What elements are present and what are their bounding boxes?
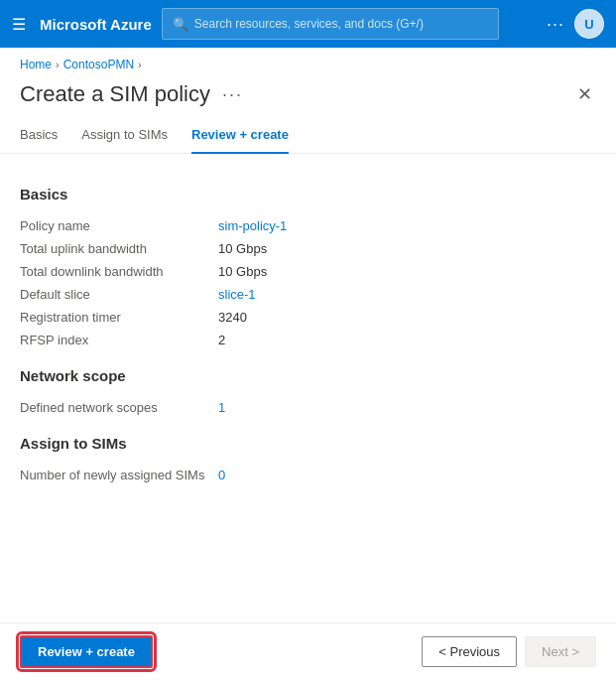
previous-button[interactable]: < Previous xyxy=(422,636,517,667)
breadcrumb: Home › ContosoPMN › xyxy=(0,48,616,75)
assign-sims-section: Assign to SIMs Number of newly assigned … xyxy=(20,435,596,486)
field-registration-timer: Registration timer 3240 xyxy=(20,306,596,329)
footer: Review + create < Previous Next > xyxy=(0,622,616,680)
breadcrumb-sep-1: › xyxy=(56,59,60,70)
field-value-policy-name[interactable]: sim-policy-1 xyxy=(218,218,287,233)
field-downlink: Total downlink bandwidth 10 Gbps xyxy=(20,260,596,283)
field-value-assigned-sims[interactable]: 0 xyxy=(218,468,225,482)
breadcrumb-sep-2: › xyxy=(138,59,142,70)
field-uplink: Total uplink bandwidth 10 Gbps xyxy=(20,237,596,260)
field-label-rfsp: RFSP index xyxy=(20,333,218,347)
tabs: Basics Assign to SIMs Review + create xyxy=(0,109,616,154)
page-options-icon[interactable]: ··· xyxy=(222,84,243,105)
field-label-assigned-sims: Number of newly assigned SIMs xyxy=(20,468,218,482)
field-label-defined-scopes: Defined network scopes xyxy=(20,400,218,415)
field-label-default-slice: Default slice xyxy=(20,287,218,302)
field-assigned-sims: Number of newly assigned SIMs 0 xyxy=(20,464,596,486)
field-defined-scopes: Defined network scopes 1 xyxy=(20,396,596,419)
close-button[interactable]: ✕ xyxy=(573,79,596,109)
tab-basics[interactable]: Basics xyxy=(20,121,58,154)
next-button: Next > xyxy=(525,636,596,667)
tab-review-create[interactable]: Review + create xyxy=(191,121,289,154)
network-scope-section: Network scope Defined network scopes 1 xyxy=(20,367,596,419)
breadcrumb-contoso[interactable]: ContosoPMN xyxy=(63,58,134,71)
field-default-slice: Default slice slice-1 xyxy=(20,283,596,306)
field-value-downlink: 10 Gbps xyxy=(218,264,267,279)
search-bar[interactable]: 🔍 Search resources, services, and docs (… xyxy=(162,8,499,40)
more-options-icon[interactable]: ··· xyxy=(547,14,564,35)
breadcrumb-home[interactable]: Home xyxy=(20,58,52,71)
app-logo: Microsoft Azure xyxy=(40,16,152,33)
review-create-button[interactable]: Review + create xyxy=(20,635,153,668)
basics-section-title: Basics xyxy=(20,186,596,203)
network-scope-section-title: Network scope xyxy=(20,367,596,384)
avatar[interactable]: U xyxy=(574,9,604,39)
field-value-defined-scopes[interactable]: 1 xyxy=(218,400,225,415)
field-value-uplink: 10 Gbps xyxy=(218,241,267,256)
field-label-downlink: Total downlink bandwidth xyxy=(20,264,218,279)
nav-right: ··· U xyxy=(547,9,604,39)
search-placeholder: Search resources, services, and docs (G+… xyxy=(194,17,424,31)
field-policy-name: Policy name sim-policy-1 xyxy=(20,214,596,237)
field-value-registration-timer: 3240 xyxy=(218,310,247,325)
field-rfsp: RFSP index 2 xyxy=(20,329,596,351)
tab-assign-to-sims[interactable]: Assign to SIMs xyxy=(81,121,168,154)
content-area: Basics Policy name sim-policy-1 Total up… xyxy=(0,154,616,622)
field-label-policy-name: Policy name xyxy=(20,218,218,233)
page-title: Create a SIM policy xyxy=(20,81,210,107)
page-header: Create a SIM policy ··· ✕ xyxy=(0,75,616,109)
field-label-registration-timer: Registration timer xyxy=(20,310,218,325)
search-icon: 🔍 xyxy=(173,17,188,32)
main-container: Home › ContosoPMN › Create a SIM policy … xyxy=(0,48,616,680)
basics-section: Basics Policy name sim-policy-1 Total up… xyxy=(20,186,596,351)
top-nav: ☰ Microsoft Azure 🔍 Search resources, se… xyxy=(0,0,616,48)
field-value-default-slice[interactable]: slice-1 xyxy=(218,287,256,302)
page-title-row: Create a SIM policy ··· xyxy=(20,81,243,107)
field-label-uplink: Total uplink bandwidth xyxy=(20,241,218,256)
field-value-rfsp: 2 xyxy=(218,333,225,347)
hamburger-icon[interactable]: ☰ xyxy=(12,15,26,34)
assign-sims-section-title: Assign to SIMs xyxy=(20,435,596,452)
